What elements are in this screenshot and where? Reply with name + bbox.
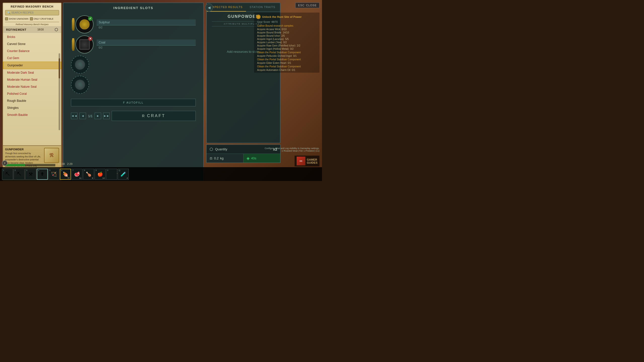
hotbar-key-9: 9 (96, 169, 97, 171)
quest-header: Unlock the Hunt Site of Power (255, 14, 318, 20)
hotbar-slot-6[interactable]: 6 🍖 11 (60, 169, 71, 180)
ingredient-circle-2[interactable]: ✕ (75, 35, 94, 54)
search-input[interactable] (11, 11, 57, 14)
slot-info-2: Coal 0/2 (97, 39, 196, 50)
hotbar-count-q: 4 (127, 177, 128, 179)
scroll-decoration (59, 53, 60, 130)
nav-prev-button[interactable]: ◄ (79, 113, 86, 119)
quest-task-1: Gather Bound research samples (255, 24, 318, 28)
recipe-item-moderate-dark-seal[interactable]: Moderate Dark Seal (3, 69, 61, 76)
show-unknown-toggle[interactable]: SHOW UNKNOWN (5, 17, 28, 20)
recipe-item-shingles[interactable]: Shingles (3, 104, 61, 111)
only-craftable-checkbox[interactable] (30, 17, 33, 20)
time-value: 40s (251, 156, 256, 160)
hotbar-icon-8: 🍗 (86, 171, 91, 177)
hotbar-key-7: 7 (72, 169, 73, 171)
xp-bar (5, 164, 25, 166)
hotbar-key-0: 0 (107, 169, 108, 171)
quest-task-3: Obtain the Portal Stabiliser Component (255, 58, 318, 61)
weight-icon: ⚖ (210, 156, 213, 160)
quest-item-ingot-hollow: Acquire Ingot (Hollow Metal) 0/2 (255, 47, 318, 51)
separator (5, 22, 59, 22)
crafting-panel: INGREDIENT SLOTS ✓ Sulphur 0/2 ✕ (63, 3, 204, 181)
page-indicator: 1/1 (88, 114, 93, 118)
slots-container: ✓ Sulphur 0/2 ✕ Coal 0/2 (63, 13, 203, 96)
recipe-item-counter-balance[interactable]: Counter Balance (3, 48, 61, 55)
close-button[interactable]: ESC CLOSE (295, 3, 319, 8)
ingredient-circle-3[interactable]: ⚗ (71, 56, 89, 74)
recipe-item-moderate-human-seal[interactable]: Moderate Human Seal (3, 76, 61, 83)
scroll-thumb[interactable] (59, 58, 60, 78)
recipe-item-smooth-bauble[interactable]: Smooth Bauble (3, 111, 61, 118)
hotbar-slot-7[interactable]: 7 🥩 11 (71, 169, 83, 180)
ingredient-slot-3: ⚗ (71, 56, 196, 74)
hotbar-slot-0[interactable]: 0 • (106, 169, 117, 180)
hotbar-key-4: 4 (38, 169, 39, 172)
panel-title: REFINED MASONRY BENCH (3, 3, 61, 9)
hotbar-slot-9[interactable]: 9 🍎 14 (95, 169, 106, 180)
esc-label: ESC (298, 4, 305, 7)
quest-item-ingot-lacunus: Acquire Ingot (Lacunus) 5/5 (255, 37, 318, 41)
ingredient-circle-4[interactable]: ⚗ (71, 76, 89, 94)
quest-item-etched-ingot: Acquire Pellucidic Etched Ingot 0/1 (255, 54, 318, 58)
hotbar-slot-q[interactable]: Q 🧪 4 (118, 169, 129, 180)
refinement-count: 16/16 (37, 28, 44, 31)
chat-line-1: Configure Chat and Log visibility in Gam… (265, 147, 319, 150)
gear-score: Gear Score 48/70 (255, 20, 318, 24)
page-current: 1 (88, 114, 90, 118)
empty-slot-icon-3: ⚗ (75, 60, 85, 70)
hotbar: 1 ⛏ 2 ⛏ 3 ⚒ 4 🗡 5 🏹 6 🍖 11 7 🥩 11 8 🍗 8 … (0, 167, 322, 181)
quantity-title: ⬡ Quantity (210, 147, 227, 152)
hotbar-key-6: 6 (61, 169, 62, 172)
close-label: CLOSE (306, 4, 317, 7)
back-button[interactable]: ◀ (205, 4, 213, 12)
autofill-button[interactable]: F AUTOFILL (71, 99, 196, 106)
hotbar-key-3: 3 (26, 169, 27, 171)
hotbar-slot-8[interactable]: 8 🍗 8 (83, 169, 94, 180)
hotbar-icon-5: 🏹 (51, 171, 57, 177)
craft-key-label: R (142, 114, 147, 118)
show-unknown-label: SHOW UNKNOWN (9, 18, 28, 20)
search-box[interactable]: 🔍 (5, 10, 59, 15)
recipe-item-moderate-nature-seal[interactable]: Moderate Nature Seal (3, 83, 61, 90)
quantity-label: Quantity (215, 147, 227, 151)
nav-first-button[interactable]: ◄◄ (71, 113, 77, 119)
recipe-item-polished-coral[interactable]: Polished Coral (3, 90, 61, 97)
chat-line-2: -1 Roasted Meat (Tier 1 Predator) (11) (265, 150, 319, 152)
gg-logo-icon: GG (297, 157, 305, 165)
ingredient-slot-4: ⚗ (71, 76, 196, 94)
chat-log: Configure Chat and Log visibility in Gam… (265, 147, 319, 152)
quantity-icon: ⬡ (210, 147, 213, 152)
quest-panel: Unlock the Hunt Site of Power Gear Score… (254, 13, 319, 73)
page-total: 1 (91, 114, 93, 118)
hotbar-slot-2[interactable]: 2 ⛏ (14, 169, 25, 180)
recipe-item-bricks[interactable]: Bricks (3, 33, 61, 40)
recipe-item-rough-bauble[interactable]: Rough Bauble (3, 97, 61, 104)
nav-next-button[interactable]: ► (95, 113, 101, 119)
hotbar-icon-1: ⛏ (5, 171, 10, 177)
recipe-item-gunpowder[interactable]: Gunpowder (3, 62, 61, 69)
craft-button[interactable]: R CRAFT (112, 111, 196, 121)
slot-info-1: Sulphur 0/2 (97, 19, 196, 29)
craft-label: CRAFT (147, 114, 165, 118)
x-button[interactable]: X (2, 160, 8, 166)
hotbar-icon-3: ⚒ (29, 171, 33, 177)
nav-last-button[interactable]: ►► (103, 113, 110, 119)
weight-value: 0.2 (214, 156, 219, 160)
only-craftable-label: ONLY CRAFTABLE (34, 18, 54, 20)
empty-slot-4 (92, 80, 147, 90)
hotbar-slot-3[interactable]: 3 ⚒ (25, 169, 36, 180)
tab-station-traits[interactable]: STATION TRAITS (246, 3, 279, 12)
quest-task-2: Obtain the Portal Stabiliser Component (255, 51, 318, 54)
coal-icon (79, 39, 90, 50)
gg-logo-text: GG (300, 160, 302, 162)
hotbar-slot-5[interactable]: 5 🏹 (48, 169, 59, 180)
ingredient-circle-1[interactable]: ✓ (75, 15, 94, 33)
show-unknown-checkbox[interactable] (5, 17, 8, 20)
only-craftable-toggle[interactable]: ONLY CRAFTABLE (30, 17, 54, 20)
hotbar-slot-1[interactable]: 1 ⛏ (2, 169, 13, 180)
recipe-item-carved-stone[interactable]: Carved Stone (3, 40, 61, 48)
gg-text-container: GAMER GUIDES (307, 158, 317, 164)
recipe-item-cut-gem[interactable]: Cut Gem (3, 55, 61, 62)
hotbar-slot-4[interactable]: 4 🗡 (37, 169, 48, 180)
